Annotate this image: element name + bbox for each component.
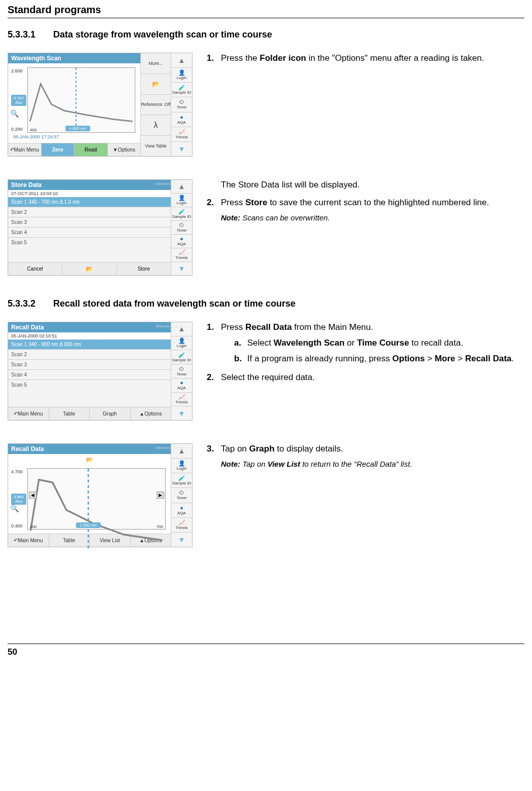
- screenshot-recall-list: Recall DataWavelength Scan 05-JAN-2000 0…: [8, 322, 193, 421]
- table-button[interactable]: Table: [49, 407, 90, 420]
- header-title: Standard programs: [8, 4, 524, 16]
- scan-row-3[interactable]: Scan 3: [8, 360, 171, 370]
- y-axis-min: 0.200: [11, 127, 26, 132]
- sampleid-button[interactable]: 🧪Sample ID: [171, 83, 192, 97]
- y-axis-max: 4.700: [11, 469, 26, 474]
- timer-button[interactable]: ⏲Timer: [171, 488, 192, 503]
- scroll-up-button[interactable]: ▲: [171, 53, 192, 68]
- aqa-icon: ●: [180, 236, 183, 242]
- scan-row-5[interactable]: Scan 5: [8, 238, 171, 262]
- timer-icon: ⏲: [179, 366, 184, 372]
- scan-row-1[interactable]: Scan 1 340 - 900 nm Δ 005 nm: [8, 340, 171, 350]
- view-table-button[interactable]: View Table: [141, 136, 171, 156]
- options-button[interactable]: ▲Options: [131, 407, 171, 420]
- aqa-button[interactable]: ●AQA: [171, 503, 192, 518]
- sampleid-icon: 🧪: [178, 475, 185, 481]
- folder-icon: 📂: [86, 266, 93, 273]
- sampleid-icon: 🧪: [178, 352, 185, 358]
- section-5-3-3-2: 5.3.3.2 Recall stored data from waveleng…: [8, 298, 524, 309]
- aqa-button[interactable]: ●AQA: [171, 235, 192, 248]
- x-axis-min: 400: [30, 524, 36, 529]
- store-date: 27-OCT-2011 10:04:10: [8, 190, 171, 197]
- substep-b: b. If a program is already running, pres…: [234, 353, 524, 365]
- folder-icon: 📂: [152, 81, 160, 88]
- lambda-pill[interactable]: λ 550 nm: [76, 522, 101, 528]
- scan-row-2[interactable]: Scan 2: [8, 207, 171, 217]
- cursor-right-button[interactable]: ▶: [157, 492, 164, 499]
- lambda-pill[interactable]: λ 600 nm: [65, 126, 90, 131]
- section-number: 5.3.3.1: [8, 29, 43, 40]
- trends-button[interactable]: 📈Trends: [171, 518, 192, 533]
- x-axis-max: 700: [157, 524, 163, 529]
- scan-row-4[interactable]: Scan 4: [8, 228, 171, 238]
- sampleid-button[interactable]: 🧪Sample ID: [171, 350, 192, 364]
- aqa-button[interactable]: ●AQA: [171, 379, 192, 393]
- sampleid-icon: 🧪: [178, 85, 185, 90]
- block-store-data: Store DataWavelength Scan 27-OCT-2011 10…: [8, 179, 524, 276]
- aqa-button[interactable]: ●AQA: [171, 112, 192, 127]
- zoom-icon[interactable]: 🔍: [10, 109, 19, 118]
- login-icon: 👤: [178, 195, 185, 201]
- cancel-button[interactable]: Cancel: [8, 262, 62, 275]
- trends-button[interactable]: 📈Trends: [171, 248, 192, 262]
- screenshot-store-data: Store DataWavelength Scan 27-OCT-2011 10…: [8, 179, 193, 276]
- abs-badge: 3.882 Abs: [11, 494, 26, 505]
- scan-row-3[interactable]: Scan 3: [8, 217, 171, 228]
- graph-button[interactable]: Graph: [90, 407, 131, 420]
- trends-icon: 📈: [178, 520, 185, 525]
- aqa-icon: ●: [180, 380, 183, 386]
- folder-button[interactable]: 📂: [141, 74, 171, 95]
- store-button[interactable]: Store: [117, 262, 171, 275]
- sampleid-icon: 🧪: [178, 209, 185, 214]
- scan-row-2[interactable]: Scan 2: [8, 350, 171, 360]
- y-axis-min: 0.400: [11, 523, 26, 529]
- timer-icon: ⏲: [179, 490, 184, 496]
- step-3-graph: 3. Tap on Graph to display details. Note…: [207, 443, 524, 469]
- zoom-icon[interactable]: 🔍: [10, 504, 19, 512]
- login-icon: 👤: [178, 461, 185, 466]
- main-menu-button[interactable]: ↶ Main Menu: [8, 407, 49, 420]
- login-button[interactable]: 👤Login: [171, 68, 192, 83]
- scroll-down-button[interactable]: ▼: [171, 262, 192, 275]
- main-menu-button[interactable]: ↶ Main Menu: [8, 143, 42, 156]
- timer-button[interactable]: ⏲Timer: [171, 221, 192, 235]
- login-button[interactable]: 👤Login: [171, 336, 192, 351]
- login-button[interactable]: 👤Login: [171, 194, 192, 207]
- more-button[interactable]: More...: [141, 53, 171, 74]
- timer-button[interactable]: ⏲Timer: [171, 97, 192, 112]
- scroll-down-button[interactable]: ▼: [171, 406, 192, 420]
- scan-row-1[interactable]: Scan 1 340 - 700 nm Δ 1.0 nm: [8, 197, 171, 207]
- aqa-icon: ●: [180, 115, 183, 120]
- shot-title: Store DataWavelength Scan: [8, 180, 171, 190]
- login-icon: 👤: [178, 338, 185, 344]
- store-intro: The Store Data list will be displayed.: [221, 179, 524, 191]
- chart-plot[interactable]: 400 λ 600 nm: [27, 67, 135, 133]
- trends-button[interactable]: 📈Trends: [171, 393, 192, 407]
- folder-button[interactable]: 📂: [62, 262, 117, 275]
- scan-row-4[interactable]: Scan 4: [8, 370, 171, 380]
- read-button[interactable]: Read: [74, 143, 108, 156]
- section-number: 5.3.3.2: [8, 298, 43, 309]
- scroll-down-button[interactable]: ▼: [171, 142, 192, 156]
- trends-button[interactable]: 📈Trends: [171, 127, 192, 142]
- substep-a: a. Select Wavelength Scan or Time Course…: [234, 337, 524, 349]
- login-button[interactable]: 👤Login: [171, 459, 192, 473]
- step-1-recall: 1. Press Recall Data from the Main Menu.…: [207, 322, 524, 365]
- abs-badge: 0.767 Abs: [11, 95, 26, 106]
- options-button[interactable]: ▼Options: [108, 143, 141, 156]
- zero-button[interactable]: Zero: [42, 143, 75, 156]
- y-axis-max: 2.600: [11, 68, 26, 73]
- lambda-button[interactable]: λ: [141, 115, 171, 136]
- note-viewlist: Note: Tap on View List to return to the …: [221, 459, 524, 469]
- timer-button[interactable]: ⏲Timer: [171, 364, 192, 379]
- sampleid-button[interactable]: 🧪Sample ID: [171, 473, 192, 488]
- chart-plot[interactable]: ◀ ▶ 400 700 λ 550 nm: [27, 468, 166, 530]
- cursor-left-button[interactable]: ◀: [29, 492, 36, 499]
- timer-icon: ⏲: [179, 222, 184, 228]
- scroll-down-button[interactable]: ▼: [171, 533, 192, 547]
- reference-button[interactable]: Reference: Off: [141, 95, 171, 116]
- folder-icon[interactable]: 📂: [86, 457, 93, 463]
- sampleid-button[interactable]: 🧪Sample ID: [171, 207, 192, 221]
- scan-row-5[interactable]: Scan 5: [8, 380, 171, 407]
- block-recall-list: Recall DataWavelength Scan 05-JAN-2000 0…: [8, 322, 524, 421]
